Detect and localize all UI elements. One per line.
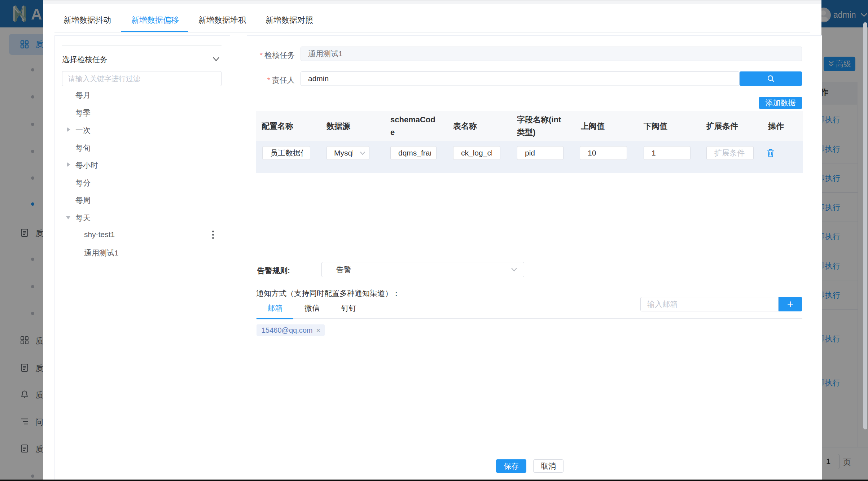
scrollbar-thumb[interactable]: [863, 22, 867, 429]
column-header: 扩展条件: [706, 111, 764, 141]
trash-icon[interactable]: [766, 148, 775, 158]
owner-search-button[interactable]: [740, 71, 802, 86]
search-icon: [767, 74, 775, 83]
email-tag: 15460@qq.com ×: [257, 324, 325, 336]
alert-rule-select[interactable]: 告警: [321, 262, 524, 277]
column-header: 配置名称: [262, 111, 321, 141]
notify-method-label: 通知方式（支持同时配置多种通知渠道）：: [256, 288, 400, 298]
ext-condition-input[interactable]: [706, 146, 754, 160]
tree-filter-input[interactable]: [62, 71, 222, 86]
tab-new-data-compare[interactable]: 新增数据对照: [260, 15, 318, 26]
caret-right-icon[interactable]: [67, 162, 70, 167]
email-add-button[interactable]: +: [779, 297, 802, 311]
lower-threshold-input[interactable]: [644, 146, 691, 160]
tab-new-data-pileup[interactable]: 新增数据堆积: [193, 15, 251, 26]
tree-node[interactable]: 通用测试1: [55, 244, 231, 262]
add-data-button[interactable]: 添加数据: [759, 97, 802, 109]
tree-node[interactable]: 每周: [55, 191, 231, 209]
caret-right-icon[interactable]: [67, 127, 70, 132]
tabbar-divider: [54, 32, 810, 32]
channel-tabbar-divider: [256, 318, 802, 319]
cancel-button[interactable]: 取消: [533, 459, 564, 473]
schema-code-input[interactable]: [390, 146, 437, 160]
caret-down-icon[interactable]: [66, 216, 70, 219]
upper-threshold-input[interactable]: [580, 146, 627, 160]
tree-node[interactable]: 每月: [55, 86, 231, 104]
config-name-input[interactable]: [262, 146, 310, 160]
chevron-down-icon[interactable]: [212, 57, 220, 62]
dialog-top-strip: [43, 0, 821, 4]
tree-node[interactable]: 每旬: [55, 139, 231, 157]
tree-node[interactable]: 一次: [55, 121, 231, 139]
required-star: *: [267, 76, 270, 84]
column-header: 操作: [768, 111, 801, 141]
section-divider: [256, 246, 802, 246]
alert-rule-label: 告警规则:: [257, 266, 290, 276]
channel-tab-dingtalk[interactable]: 钉钉: [341, 303, 356, 313]
bottom-strip: [0, 480, 868, 481]
tree-node[interactable]: 每季: [55, 104, 231, 122]
chevron-down-icon: [511, 267, 517, 272]
channel-active-underline: [257, 318, 293, 319]
column-header: 上阀值: [581, 111, 639, 141]
channel-tab-wechat[interactable]: 微信: [304, 303, 320, 313]
datasource-select[interactable]: Mysql: [326, 146, 369, 160]
tag-close-icon[interactable]: ×: [316, 327, 320, 334]
channel-tab-email[interactable]: 邮箱: [267, 303, 282, 313]
save-button[interactable]: 保存: [496, 459, 526, 473]
field-name-input[interactable]: [517, 146, 564, 160]
config-table-row: Mysql: [256, 141, 803, 173]
dialog: 新增数据抖动 新增数据偏移 新增数据堆积 新增数据对照 选择检核任务 每月 每季…: [43, 0, 821, 480]
owner-input[interactable]: [301, 71, 740, 86]
email-input[interactable]: [640, 297, 779, 311]
column-header: 数据源: [326, 111, 384, 141]
tree-node[interactable]: shy-test1: [55, 226, 231, 244]
tab-new-data-offset[interactable]: 新增数据偏移: [126, 15, 184, 26]
owner-label: *责任人: [247, 75, 295, 85]
config-form-panel: *检核任务 *责任人 添加数据 配置名称 数据源 schemaCode 表名称 …: [247, 35, 822, 480]
node-more-icon[interactable]: [212, 231, 214, 240]
column-header: 表名称: [453, 111, 511, 141]
column-header: 字段名称(int类型): [517, 111, 562, 141]
config-table-header: 配置名称 数据源 schemaCode 表名称 字段名称(int类型) 上阀值 …: [256, 111, 803, 141]
task-label: *检核任务: [247, 50, 295, 60]
tree-node[interactable]: 每分: [55, 174, 231, 192]
tree-node[interactable]: 每小时: [55, 156, 231, 174]
tab-new-data-jitter[interactable]: 新增数据抖动: [58, 15, 116, 26]
collapse-title[interactable]: 选择检核任务: [62, 54, 108, 65]
task-input[interactable]: [301, 47, 802, 61]
column-header: schemaCode: [390, 111, 435, 141]
column-header: 下阀值: [644, 111, 701, 141]
plus-icon: +: [787, 298, 794, 310]
collapse-top-border: [62, 45, 222, 46]
task-tree-panel: 选择检核任务 每月 每季 一次 每旬 每小时 每分 每周 每天: [54, 35, 230, 480]
tree-node[interactable]: 每天: [55, 209, 231, 227]
required-star: *: [260, 51, 263, 59]
table-name-input[interactable]: [453, 146, 500, 160]
chevron-down-icon: [360, 151, 365, 155]
